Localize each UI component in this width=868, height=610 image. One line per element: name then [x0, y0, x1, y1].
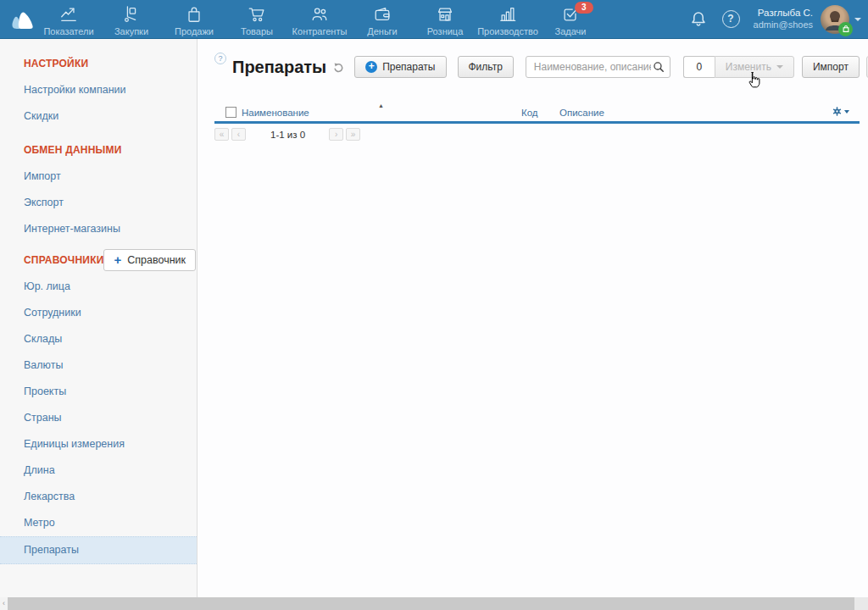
refresh-icon[interactable] [332, 62, 344, 74]
bell-icon[interactable] [688, 9, 709, 30]
sidebar-item-legal-entities[interactable]: Юр. лица [0, 274, 197, 300]
scroll-left-arrow[interactable]: ‹ [0, 597, 8, 610]
nav-label: Деньги [367, 26, 398, 36]
shopping-bag-icon [185, 5, 203, 24]
selection-group: 0 Изменить [683, 56, 794, 78]
section-title-data-exchange: ОБМЕН ДАННЫМИ [0, 136, 197, 164]
sidebar: НАСТРОЙКИ Настройки компании Скидки ОБМЕ… [0, 39, 198, 597]
column-settings-button[interactable] [832, 107, 849, 116]
people-icon [310, 5, 329, 24]
nav-item-tasks[interactable]: Задачи 3 [539, 0, 602, 39]
topbar-right: ? Разглыба С. admin@shoes [688, 5, 868, 34]
selected-count: 0 [683, 56, 715, 78]
search-input[interactable] [532, 60, 653, 74]
column-header-name[interactable]: Наименование [242, 108, 309, 118]
main-content: ? Препараты + Препараты Фильтр 0 Изменит… [198, 39, 868, 597]
help-icon[interactable]: ? [722, 10, 740, 28]
sidebar-item-units[interactable]: Единицы измерения [0, 431, 197, 458]
factory-bars-icon [498, 5, 517, 24]
sidebar-item-employees[interactable]: Сотрудники [0, 300, 197, 326]
section-title-settings: НАСТРОЙКИ [0, 49, 197, 77]
nav-label: Закупки [114, 26, 148, 36]
nav-item-counterparties[interactable]: Контрагенты [288, 0, 351, 39]
gear-icon [832, 107, 842, 116]
page-title: Препараты [232, 58, 326, 77]
add-preparation-button[interactable]: + Препараты [354, 56, 446, 78]
scrollbar-thumb[interactable] [8, 597, 854, 610]
plus-icon: + [114, 253, 121, 266]
last-page-button[interactable]: » [346, 128, 360, 141]
chevron-down-icon [854, 18, 861, 21]
nav-label: Показатели [43, 26, 93, 36]
nav-label: Задачи [555, 26, 587, 36]
table-header: Наименование ▲ Код Описание [214, 104, 860, 124]
nav-item-dashboard[interactable]: Показатели [37, 0, 100, 39]
nav-item-production[interactable]: Производство [476, 0, 539, 39]
nav-item-retail[interactable]: Розница [414, 0, 476, 39]
nav-item-sales[interactable]: Продажи [163, 0, 225, 39]
user-name: Разглыба С. [754, 7, 813, 19]
section-title-directories: СПРАВОЧНИКИ [0, 246, 103, 274]
nav-label: Розница [427, 26, 464, 36]
sidebar-item-countries[interactable]: Страны [0, 405, 197, 431]
sidebar-item-medicines[interactable]: Лекарства [0, 484, 197, 510]
column-header-code[interactable]: Код [521, 108, 538, 118]
plus-icon: + [365, 61, 377, 73]
sidebar-item-length[interactable]: Длина [0, 458, 197, 484]
sidebar-item-currencies[interactable]: Валюты [0, 352, 197, 379]
sidebar-item-import[interactable]: Импорт [0, 164, 197, 190]
user-email: admin@shoes [754, 19, 813, 31]
pagination-label: 1-1 из 0 [270, 130, 305, 140]
add-directory-button[interactable]: + Справочник [103, 249, 196, 271]
column-header-description[interactable]: Описание [559, 108, 604, 118]
storefront-icon [436, 5, 454, 24]
sidebar-item-warehouses[interactable]: Склады [0, 326, 197, 352]
tasks-count-badge: 3 [575, 2, 593, 14]
main-nav: Показатели Закупки Продажи Товары Контра… [37, 0, 602, 39]
nav-item-money[interactable]: Деньги [351, 0, 414, 39]
topbar: Показатели Закупки Продажи Товары Контра… [0, 0, 868, 39]
chevron-down-icon [844, 110, 849, 114]
nav-item-goods[interactable]: Товары [225, 0, 288, 39]
prev-page-button[interactable]: ‹ [231, 128, 246, 141]
sidebar-item-online-stores[interactable]: Интернет-магазины [0, 216, 197, 242]
select-all-checkbox[interactable] [225, 107, 236, 118]
logo-icon[interactable] [7, 7, 37, 32]
handtruck-icon [122, 5, 141, 24]
search-box [526, 56, 670, 78]
sidebar-item-discounts[interactable]: Скидки [0, 103, 197, 130]
sidebar-item-preparations[interactable]: Препараты [0, 536, 197, 564]
sidebar-item-export[interactable]: Экспорт [0, 190, 197, 216]
nav-label: Контрагенты [292, 26, 348, 36]
cart-icon [248, 5, 266, 24]
user-menu[interactable]: Разглыба С. admin@shoes [754, 5, 861, 34]
edit-button[interactable]: Изменить [715, 56, 794, 78]
nav-label: Продажи [175, 26, 214, 36]
wallet-icon [373, 5, 392, 24]
nav-label: Товары [241, 26, 273, 36]
line-chart-icon [59, 5, 78, 24]
pagination: « ‹ 1-1 из 0 › » [214, 128, 860, 141]
nav-item-purchases[interactable]: Закупки [100, 0, 163, 39]
search-icon[interactable] [653, 61, 665, 73]
import-button[interactable]: Импорт [802, 56, 860, 78]
page-help-icon[interactable]: ? [214, 53, 226, 64]
toolbar: ? Препараты + Препараты Фильтр 0 Изменит… [214, 56, 853, 78]
nav-label: Производство [477, 26, 538, 36]
retail-shift-badge-icon [838, 22, 853, 36]
sort-asc-icon[interactable]: ▲ [378, 103, 384, 108]
next-page-button[interactable]: › [329, 128, 343, 141]
horizontal-scrollbar: ‹ [0, 597, 868, 610]
avatar [821, 5, 849, 34]
first-page-button[interactable]: « [214, 128, 229, 141]
sidebar-item-metro[interactable]: Метро [0, 510, 197, 536]
filter-button[interactable]: Фильтр [458, 56, 514, 78]
chevron-down-icon [776, 65, 783, 69]
sidebar-item-projects[interactable]: Проекты [0, 379, 197, 405]
sidebar-item-company-settings[interactable]: Настройки компании [0, 77, 197, 103]
